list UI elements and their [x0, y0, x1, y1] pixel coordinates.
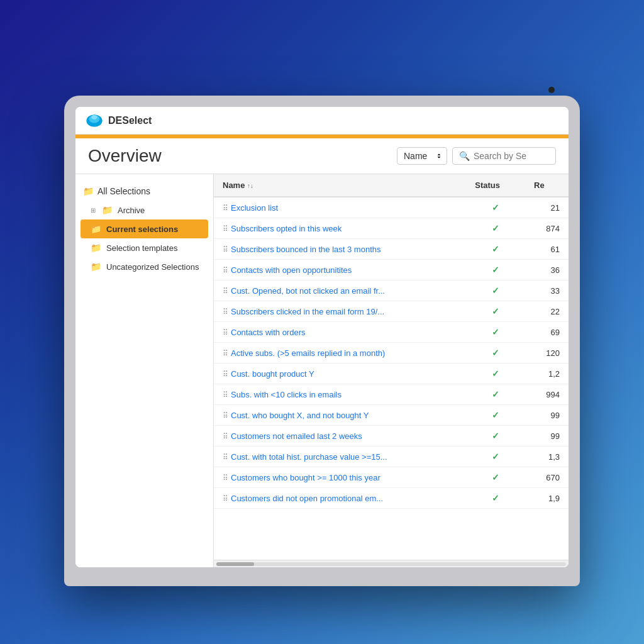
cell-name[interactable]: ⠿Exclusion list — [214, 197, 466, 218]
check-icon: ✓ — [492, 452, 499, 462]
cell-status: ✓ — [466, 322, 525, 343]
check-icon: ✓ — [492, 244, 499, 254]
cell-status: ✓ — [466, 301, 525, 322]
sort-select[interactable]: Name Date Status — [397, 147, 447, 165]
check-icon: ✓ — [492, 472, 499, 482]
sidebar-all-label: All Selections — [97, 186, 150, 196]
laptop-frame: DESelect Overview Name Date Status — [64, 96, 580, 586]
cell-records: 1,9 — [525, 488, 569, 509]
table-body: ⠿Exclusion list✓21⠿Subscribers opted in … — [214, 197, 569, 509]
check-icon: ✓ — [492, 348, 499, 358]
cell-status: ✓ — [466, 343, 525, 364]
sidebar-item-templates[interactable]: 📁 Selection templates — [75, 238, 213, 257]
check-icon: ✓ — [492, 306, 499, 316]
table-row[interactable]: ⠿Contacts with orders✓69 — [214, 322, 569, 343]
drag-handle-icon: ⠿ — [223, 287, 228, 296]
drag-handle-icon: ⠿ — [223, 349, 228, 358]
check-icon: ✓ — [492, 431, 499, 441]
cell-records: 33 — [525, 280, 569, 301]
drag-handle-icon: ⠿ — [223, 494, 228, 503]
table-row[interactable]: ⠿Active subs. (>5 emails replied in a mo… — [214, 343, 569, 364]
cell-name[interactable]: ⠿Subscribers opted in this week — [214, 218, 466, 239]
cell-name[interactable]: ⠿Cust. bought product Y — [214, 364, 466, 384]
drag-handle-icon: ⠿ — [223, 391, 228, 399]
cell-name[interactable]: ⠿Cust. Opened, bot not clicked an email … — [214, 280, 466, 301]
cell-status: ✓ — [466, 280, 525, 301]
cell-name[interactable]: ⠿Cust. with total hist. purchase value >… — [214, 447, 466, 467]
cell-status: ✓ — [466, 218, 525, 239]
cell-name[interactable]: ⠿Cust. who bought X, and not bought Y — [214, 405, 466, 426]
col-name[interactable]: Name ↑↓ — [214, 174, 466, 197]
cell-name[interactable]: ⠿Subscribers clicked in the email form 1… — [214, 301, 466, 322]
drag-handle-icon: ⠿ — [223, 453, 228, 462]
check-icon: ✓ — [492, 410, 499, 420]
table-row[interactable]: ⠿Customers who bought >= 1000 this year✓… — [214, 467, 569, 488]
page-header: Overview Name Date Status 🔍 — [75, 138, 569, 174]
drag-handle-icon: ⠿ — [223, 245, 228, 254]
cell-name[interactable]: ⠿Contacts with orders — [214, 322, 466, 343]
webcam — [548, 87, 555, 93]
cell-status: ✓ — [466, 467, 525, 488]
current-selections-label: Current selections — [106, 225, 178, 234]
drag-handle-icon: ⠿ — [223, 411, 228, 420]
drag-handle-icon: ⠿ — [223, 204, 228, 213]
cell-name[interactable]: ⠿Subs. with <10 clicks in emails — [214, 384, 466, 405]
table-row[interactable]: ⠿Contacts with open opportunitites✓36 — [214, 260, 569, 280]
drag-handle-icon: ⠿ — [223, 266, 228, 275]
table-row[interactable]: ⠿Subscribers opted in this week✓874 — [214, 218, 569, 239]
sidebar-all-selections[interactable]: 📁 All Selections — [75, 182, 213, 201]
search-input[interactable] — [474, 151, 549, 161]
cell-status: ✓ — [466, 488, 525, 509]
scrollbar-thumb — [216, 562, 254, 566]
drag-handle-icon: ⠿ — [223, 474, 228, 482]
check-icon: ✓ — [492, 389, 499, 399]
cell-name[interactable]: ⠿Active subs. (>5 emails replied in a mo… — [214, 343, 466, 364]
cell-records: 120 — [525, 343, 569, 364]
table-row[interactable]: ⠿Cust. bought product Y✓1,2 — [214, 364, 569, 384]
table-scroll[interactable]: Name ↑↓ Status Re — [214, 174, 569, 560]
page-title: Overview — [88, 146, 162, 166]
cell-records: 22 — [525, 301, 569, 322]
table-row[interactable]: ⠿Customers not emailed last 2 weeks✓99 — [214, 426, 569, 447]
table-row[interactable]: ⠿Cust. who bought X, and not bought Y✓99 — [214, 405, 569, 426]
cell-name[interactable]: ⠿Subscribers bounced in the last 3 month… — [214, 239, 466, 260]
table-row[interactable]: ⠿Customers did not open promotional em..… — [214, 488, 569, 509]
table-row[interactable]: ⠿Exclusion list✓21 — [214, 197, 569, 218]
table-row[interactable]: ⠿Subscribers bounced in the last 3 month… — [214, 239, 569, 260]
sidebar-item-current[interactable]: 📁 Current selections — [80, 219, 208, 238]
table-row[interactable]: ⠿Subscribers clicked in the email form 1… — [214, 301, 569, 322]
search-box: 🔍 — [452, 147, 556, 165]
deselect-logo-icon — [86, 112, 103, 130]
search-icon: 🔍 — [459, 151, 470, 161]
check-icon: ✓ — [492, 265, 499, 275]
cell-records: 874 — [525, 218, 569, 239]
folder-icon-templates: 📁 — [91, 243, 101, 253]
scrollbar-track — [216, 562, 566, 566]
cell-name[interactable]: ⠿Customers did not open promotional em..… — [214, 488, 466, 509]
cell-status: ✓ — [466, 364, 525, 384]
sidebar-item-uncategorized[interactable]: 📁 Uncategorized Selections — [75, 257, 213, 276]
check-icon: ✓ — [492, 286, 499, 296]
sidebar-item-archive[interactable]: ⊞ 📁 Archive — [75, 201, 213, 219]
table-header-row: Name ↑↓ Status Re — [214, 174, 569, 197]
check-icon: ✓ — [492, 493, 499, 503]
bottom-scrollbar[interactable] — [214, 560, 569, 567]
folder-icon: 📁 — [102, 205, 113, 215]
top-nav: DESelect — [75, 107, 569, 135]
laptop-screen: DESelect Overview Name Date Status — [75, 107, 569, 567]
drag-handle-icon: ⠿ — [223, 308, 228, 316]
col-status[interactable]: Status — [466, 174, 525, 197]
table-row[interactable]: ⠿Subs. with <10 clicks in emails✓994 — [214, 384, 569, 405]
cell-status: ✓ — [466, 447, 525, 467]
app-container: DESelect Overview Name Date Status — [75, 107, 569, 567]
table-row[interactable]: ⠿Cust. Opened, bot not clicked an email … — [214, 280, 569, 301]
col-records[interactable]: Re — [525, 174, 569, 197]
drag-handle-icon: ⠿ — [223, 432, 228, 441]
cell-name[interactable]: ⠿Customers not emailed last 2 weeks — [214, 426, 466, 447]
folder-icon-uncategorized: 📁 — [91, 262, 101, 272]
check-icon: ✓ — [492, 203, 499, 213]
cell-name[interactable]: ⠿Contacts with open opportunitites — [214, 260, 466, 280]
cell-name[interactable]: ⠿Customers who bought >= 1000 this year — [214, 467, 466, 488]
table-row[interactable]: ⠿Cust. with total hist. purchase value >… — [214, 447, 569, 467]
cell-status: ✓ — [466, 405, 525, 426]
